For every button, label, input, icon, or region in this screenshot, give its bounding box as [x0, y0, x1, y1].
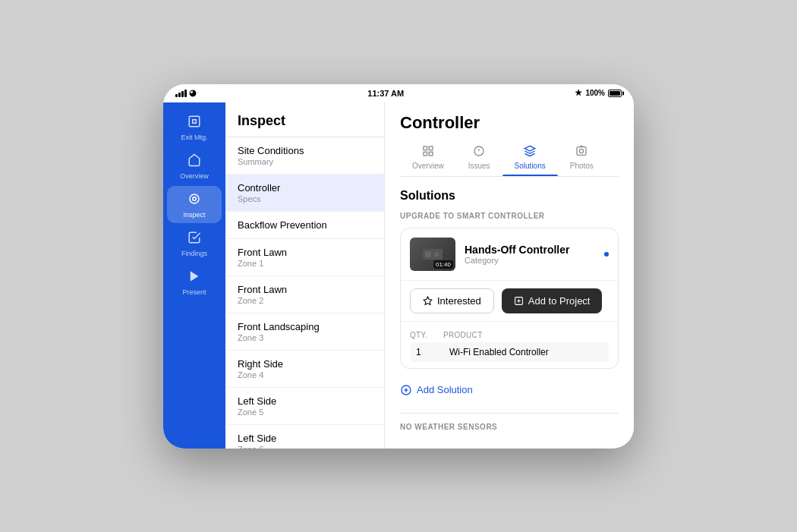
solution-info: Hands-Off Controller Category [465, 244, 595, 265]
nav-item-subtitle-controller: Specs [238, 194, 372, 203]
svg-rect-6 [424, 152, 427, 156]
add-to-project-label: Add to Project [528, 295, 591, 307]
nav-item-subtitle-site-conditions: Summary [238, 157, 372, 166]
overview-icon [187, 153, 201, 170]
col-header-product: Product [443, 331, 609, 339]
nav-item-right-side[interactable]: Right Side Zone 4 [225, 351, 384, 388]
sidebar: Exit Mtg. Overview Insp [163, 102, 225, 449]
add-solution-label: Add Solution [417, 384, 473, 395]
star-icon [423, 296, 433, 306]
sidebar-item-exit-mtg[interactable]: Exit Mtg. [167, 109, 222, 146]
section-title-upgrade: UPGRADE TO SMART CONTROLLER [400, 212, 619, 220]
app-content: Exit Mtg. Overview Insp [163, 102, 634, 449]
nav-panel: Inspect Site Conditions Summary Controll… [225, 102, 385, 449]
sidebar-item-inspect[interactable]: Inspect [167, 186, 222, 223]
tablet-device: ◕ 11:37 AM ★ 100% Exit Mtg. [163, 84, 634, 449]
tab-solutions[interactable]: Solutions [502, 140, 558, 176]
solutions-tab-icon [524, 145, 536, 160]
table-header: Qty. Product [410, 328, 609, 342]
svg-point-15 [434, 252, 439, 257]
product-qty: 1 [416, 347, 434, 357]
nav-item-left-side-5[interactable]: Left Side Zone 5 [225, 388, 384, 425]
solutions-heading: Solutions [400, 189, 619, 203]
sidebar-label-present: Present [182, 288, 206, 296]
nav-item-title-controller: Controller [238, 182, 372, 194]
svg-rect-0 [189, 116, 200, 127]
nav-item-title-front-landscaping: Front Landscaping [238, 321, 372, 332]
interested-button[interactable]: Interested [410, 288, 494, 313]
sidebar-item-overview[interactable]: Overview [167, 147, 222, 184]
svg-rect-14 [425, 251, 431, 257]
sidebar-label-inspect: Inspect [183, 211, 205, 219]
sidebar-item-present[interactable]: Present [167, 263, 222, 301]
nav-item-title-backflow: Backflow Prevention [238, 219, 372, 231]
nav-title: Inspect [225, 102, 384, 137]
present-icon [187, 269, 201, 286]
svg-rect-5 [429, 146, 433, 150]
solution-thumbnail: 01:40 [410, 238, 455, 271]
solution-category: Category [465, 256, 595, 265]
nav-item-front-lawn-2[interactable]: Front Lawn Zone 2 [225, 276, 384, 313]
solution-card-header: 01:40 Hands-Off Controller Category [401, 228, 618, 281]
inspect-icon [187, 192, 201, 209]
nav-item-subtitle-left-side-5: Zone 5 [238, 408, 372, 417]
page-title: Controller [400, 113, 619, 133]
sidebar-label-findings: Findings [181, 250, 207, 257]
tab-label-issues: Issues [468, 162, 490, 170]
main-content: Controller Overview [385, 102, 634, 449]
svg-point-12 [580, 149, 584, 153]
signal-icon [175, 90, 187, 97]
page-header: Controller Overview [385, 102, 634, 177]
solution-table: Qty. Product 1 Wi-Fi Enabled Controller [401, 322, 618, 368]
col-header-qty: Qty. [410, 331, 428, 339]
nav-item-subtitle-front-lawn-1: Zone 1 [238, 259, 372, 268]
tab-overview[interactable]: Overview [400, 140, 456, 176]
status-left: ◕ [175, 88, 197, 98]
nav-item-title-left-side-6: Left Side [238, 433, 372, 444]
nav-item-subtitle-right-side: Zone 4 [238, 370, 372, 379]
sidebar-item-findings[interactable]: Findings [167, 225, 222, 262]
issues-tab-icon [473, 145, 485, 160]
nav-item-subtitle-left-side-6: Zone 6 [238, 445, 372, 449]
add-to-project-button[interactable]: Add to Project [502, 288, 603, 313]
product-name: Wi-Fi Enabled Controller [449, 347, 603, 357]
svg-marker-3 [191, 271, 199, 282]
wifi-icon: ◕ [189, 88, 197, 98]
status-right: ★ 100% [575, 88, 622, 98]
nav-item-title-right-side: Right Side [238, 358, 372, 370]
overview-tab-icon [422, 145, 434, 160]
bluetooth-icon: ★ [575, 88, 582, 98]
photos-tab-icon [575, 145, 588, 160]
section-divider [400, 413, 619, 414]
nav-item-subtitle-front-landscaping: Zone 3 [238, 333, 372, 342]
svg-rect-4 [424, 146, 427, 150]
svg-rect-11 [577, 146, 586, 155]
sidebar-label-overview: Overview [180, 172, 209, 180]
nav-item-title-front-lawn-2: Front Lawn [238, 284, 372, 295]
nav-item-left-side-6[interactable]: Left Side Zone 6 [225, 425, 384, 449]
solution-card-hands-off: 01:40 Hands-Off Controller Category [400, 228, 619, 369]
add-solution-button[interactable]: Add Solution [400, 378, 619, 402]
tabs: Overview Issues [400, 140, 619, 177]
solution-indicator-dot [604, 252, 609, 257]
tab-photos[interactable]: Photos [558, 140, 606, 176]
tab-label-photos: Photos [570, 162, 594, 170]
nav-item-site-conditions[interactable]: Site Conditions Summary [225, 137, 384, 175]
solution-name: Hands-Off Controller [465, 244, 595, 256]
section-title-no-weather: NO WEATHER SENSORS [400, 423, 619, 431]
status-time: 11:37 AM [367, 89, 404, 98]
tab-issues[interactable]: Issues [456, 140, 502, 176]
svg-marker-17 [424, 297, 432, 304]
battery-percent: 100% [585, 89, 605, 97]
nav-item-backflow[interactable]: Backflow Prevention [225, 212, 384, 239]
tab-label-overview: Overview [412, 162, 444, 170]
svg-rect-7 [429, 152, 433, 156]
nav-item-front-lawn-1[interactable]: Front Lawn Zone 1 [225, 239, 384, 276]
nav-item-controller[interactable]: Controller Specs [225, 175, 384, 212]
svg-point-2 [193, 197, 197, 200]
nav-item-front-landscaping[interactable]: Front Landscaping Zone 3 [225, 313, 384, 351]
status-bar: ◕ 11:37 AM ★ 100% [163, 84, 634, 102]
svg-point-16 [439, 253, 443, 256]
interested-label: Interested [437, 295, 481, 307]
table-row: 1 Wi-Fi Enabled Controller [410, 342, 609, 362]
